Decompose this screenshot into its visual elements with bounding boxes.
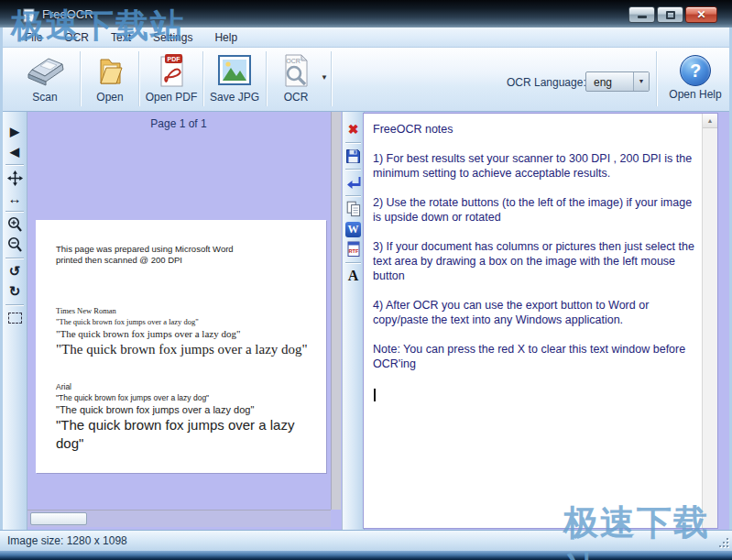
freeocr-window: FreeOCR ✕ File OCR Text Settings Help Sc…: [0, 0, 732, 560]
clear-text-button[interactable]: ✖: [343, 119, 364, 139]
divider: [5, 304, 24, 305]
open-button[interactable]: Open: [83, 51, 137, 108]
zoom-in-button[interactable]: [3, 214, 27, 235]
text-toolbar: ✖: [342, 112, 365, 530]
ocr-icon: OCR: [269, 51, 322, 90]
title-bar[interactable]: FreeOCR ✕: [0, 0, 732, 27]
menu-bar: File OCR Text Settings Help: [3, 27, 729, 48]
help-icon: ?: [680, 55, 711, 86]
export-rtf-button[interactable]: RTF: [343, 239, 364, 259]
selection-rectangle-icon: [8, 313, 22, 324]
clear-icon: ✖: [348, 122, 359, 137]
scanned-document-page[interactable]: This page was prepared using Microsoft W…: [36, 220, 326, 473]
open-help-button[interactable]: ? Open Help: [662, 53, 728, 108]
open-help-label: Open Help: [662, 88, 728, 101]
open-pdf-button[interactable]: PDF Open PDF: [142, 51, 201, 108]
rotate-right-icon: ↻: [9, 283, 21, 300]
floppy-disk-icon: [345, 148, 361, 164]
ocr-label: OCR: [269, 91, 322, 104]
scan-label: Scan: [14, 91, 76, 104]
doc-line: "The quick brown fox jumps over a lazy d…: [56, 340, 317, 358]
prev-icon: ◀: [10, 145, 19, 159]
copy-text-button[interactable]: [343, 199, 364, 219]
horizontal-arrow-icon: ↔: [8, 191, 22, 206]
resize-grip[interactable]: [716, 535, 729, 548]
chevron-down-icon: ▼: [639, 78, 645, 84]
svg-text:OCR: OCR: [286, 58, 300, 64]
fit-width-button[interactable]: ↔: [3, 188, 27, 208]
ocr-notes-text[interactable]: FreeOCR notes 1) For best results set yo…: [364, 114, 701, 528]
doc-line: This page was prepared using Microsoft W…: [56, 244, 317, 255]
status-bar: Image size: 1280 x 1098: [0, 530, 732, 551]
doc-line: printed then scanned @ 200 DPI: [56, 255, 317, 266]
menu-text[interactable]: Text: [102, 28, 140, 47]
maximize-icon: [666, 11, 675, 19]
move-icon: [7, 170, 23, 186]
toolbar-separator: [202, 51, 203, 106]
font-button[interactable]: A: [343, 266, 364, 286]
text-caret: [374, 389, 376, 401]
svg-text:PDF: PDF: [168, 56, 181, 62]
scan-button[interactable]: Scan: [14, 51, 76, 108]
font-icon: A: [348, 268, 359, 284]
divider: [345, 262, 361, 263]
zoom-in-icon: [7, 216, 22, 233]
save-text-button[interactable]: [343, 146, 364, 166]
combo-dropdown-button[interactable]: ▼: [633, 72, 649, 91]
svg-text:RTF: RTF: [348, 248, 358, 254]
next-page-button[interactable]: ▶: [3, 121, 27, 141]
image-size-status: Image size: 1280 x 1098: [7, 534, 127, 547]
doc-line: "The quick brown fox jumps over a lazy d…: [56, 316, 317, 327]
prev-page-button[interactable]: ◀: [3, 141, 27, 161]
doc-font-label: Arial: [56, 382, 317, 392]
toolbar-separator: [80, 51, 81, 106]
toolbar-separator: [331, 51, 332, 106]
preview-vertical-scrollbar[interactable]: [331, 112, 341, 510]
close-button[interactable]: ✕: [685, 6, 717, 23]
toolbar: Scan Open PDF Op: [3, 48, 729, 112]
copy-icon: [346, 201, 361, 217]
scrollbar-thumb[interactable]: [30, 512, 87, 525]
open-label: Open: [83, 91, 137, 104]
rotate-left-icon: ↺: [9, 263, 21, 280]
menu-file[interactable]: File: [16, 28, 51, 47]
menu-settings[interactable]: Settings: [144, 28, 202, 47]
move-tool-button[interactable]: [3, 168, 27, 188]
maximize-button[interactable]: [657, 6, 683, 23]
minimize-button[interactable]: [628, 6, 655, 23]
divider: [5, 258, 24, 258]
scroll-up-button[interactable]: ▲: [703, 114, 717, 128]
divider: [5, 211, 24, 212]
divider: [345, 169, 361, 170]
image-preview-panel[interactable]: Page 1 of 1 This page was prepared using…: [27, 112, 342, 530]
text-vertical-scrollbar[interactable]: ▲: [702, 114, 717, 528]
minimize-icon: [638, 16, 647, 18]
ocr-dropdown-arrow[interactable]: ▼: [321, 73, 328, 82]
zoom-out-icon: [7, 236, 22, 253]
main-area: ▶ ◀ ↔: [3, 112, 729, 530]
ocr-language-label: OCR Language:: [507, 76, 586, 89]
open-folder-icon: [83, 51, 137, 90]
zoom-out-button[interactable]: [3, 235, 27, 255]
export-word-button[interactable]: W: [343, 219, 364, 239]
divider: [5, 164, 24, 165]
save-jpg-button[interactable]: Save JPG: [206, 51, 263, 108]
rotate-right-button[interactable]: ↻: [3, 281, 27, 302]
divider: [345, 195, 361, 196]
ocr-language-select[interactable]: eng ▼: [585, 71, 650, 92]
word-icon: W: [345, 222, 361, 237]
insert-return-button[interactable]: [343, 172, 364, 192]
ocr-button[interactable]: OCR OCR ▼: [269, 51, 322, 108]
close-icon: ✕: [686, 7, 716, 22]
rotate-left-button[interactable]: ↺: [3, 261, 27, 281]
ocr-text-panel[interactable]: FreeOCR notes 1) For best results set yo…: [363, 113, 718, 529]
image-icon: [206, 51, 263, 90]
doc-line: "The quick brown fox jumps over a lazy d…: [56, 392, 317, 403]
app-icon: [22, 8, 37, 23]
preview-horizontal-scrollbar[interactable]: [27, 510, 331, 527]
menu-help[interactable]: Help: [205, 28, 246, 47]
rtf-icon: RTF: [346, 241, 361, 258]
menu-ocr[interactable]: OCR: [55, 28, 98, 47]
select-area-button[interactable]: [3, 308, 27, 328]
toolbar-separator: [656, 51, 657, 106]
